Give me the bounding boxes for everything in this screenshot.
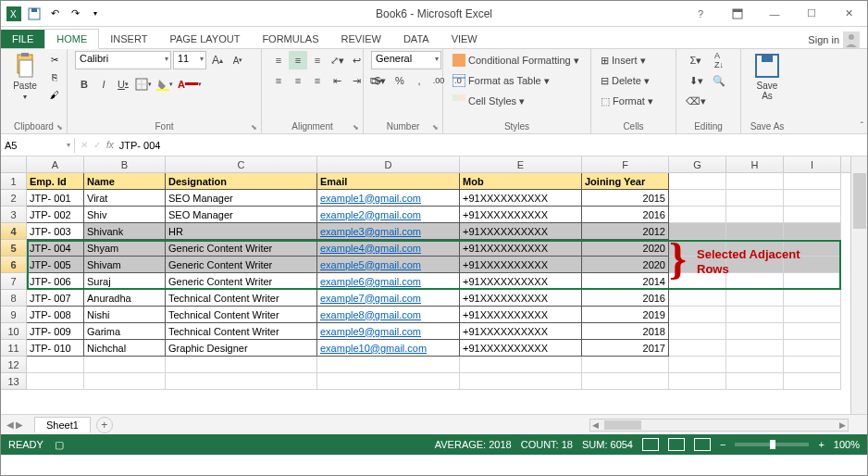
cell[interactable]: Generic Content Writer	[166, 257, 317, 273]
cell[interactable]	[726, 307, 784, 323]
cell[interactable]: SEO Manager	[166, 190, 317, 207]
autosum-icon[interactable]: Σ▾	[684, 51, 708, 69]
cell[interactable]: 2016	[582, 290, 669, 307]
orientation-icon[interactable]: ⤢▾	[328, 51, 346, 69]
cell[interactable]	[726, 223, 784, 240]
cell[interactable]: JTP- 005	[27, 257, 84, 273]
italic-button[interactable]: I	[94, 75, 113, 94]
tab-pagelayout[interactable]: PAGE LAYOUT	[158, 30, 251, 48]
cell[interactable]	[669, 190, 726, 207]
decrease-font-icon[interactable]: A▾	[229, 51, 247, 69]
cell[interactable]	[460, 357, 582, 373]
formula-input[interactable]	[119, 140, 867, 151]
align-middle-icon[interactable]: ≡	[289, 51, 307, 69]
cell[interactable]: Email	[317, 173, 460, 190]
cell[interactable]	[166, 357, 317, 373]
cell[interactable]	[84, 373, 166, 390]
underline-button[interactable]: U▾	[114, 75, 132, 94]
cell[interactable]: Graphic Designer	[166, 340, 317, 357]
cell[interactable]	[669, 373, 726, 390]
cell[interactable]	[669, 290, 726, 307]
save-icon[interactable]	[25, 5, 43, 23]
insert-cells-button[interactable]: ⊞ Insert ▾	[599, 51, 668, 69]
cell[interactable]: example1@gmail.com	[317, 190, 460, 207]
row-header[interactable]: 1	[1, 173, 27, 190]
align-right-icon[interactable]: ≡	[308, 71, 327, 90]
font-name-select[interactable]: Calibri▾	[75, 51, 171, 69]
scrollbar-thumb[interactable]	[604, 420, 641, 430]
row-header[interactable]: 2	[1, 190, 27, 207]
cell[interactable]	[27, 373, 84, 390]
cell[interactable]	[784, 357, 841, 373]
wrap-text-icon[interactable]: ↩	[347, 51, 366, 69]
cell[interactable]: +91XXXXXXXXXX	[460, 190, 582, 207]
cell[interactable]	[317, 373, 460, 390]
cell[interactable]: Generic Content Writer	[166, 273, 317, 290]
align-center-icon[interactable]: ≡	[289, 71, 307, 90]
enter-formula-icon[interactable]: ✓	[93, 140, 101, 150]
cell[interactable]: 2014	[582, 273, 669, 290]
increase-indent-icon[interactable]: ⇥	[347, 71, 366, 90]
cell[interactable]: Shyam	[84, 240, 166, 257]
column-header[interactable]: A	[27, 157, 84, 172]
increase-font-icon[interactable]: A▴	[208, 51, 227, 69]
cell[interactable]: example9@gmail.com	[317, 323, 460, 340]
ribbon-options-icon[interactable]	[719, 1, 756, 27]
cell[interactable]: example3@gmail.com	[317, 223, 460, 240]
cell[interactable]: Technical Content Writer	[166, 323, 317, 340]
zoom-thumb[interactable]	[770, 440, 775, 449]
cell[interactable]: SEO Manager	[166, 207, 317, 223]
clear-icon[interactable]: ⌫▾	[684, 92, 708, 110]
clipboard-dialog-icon[interactable]: ⬊	[56, 123, 63, 132]
column-header[interactable]: H	[726, 157, 784, 172]
row-header[interactable]: 6	[1, 257, 27, 273]
cell[interactable]	[784, 307, 841, 323]
comma-format-icon[interactable]: ,	[410, 71, 428, 90]
cell[interactable]: +91XXXXXXXXXX	[460, 240, 582, 257]
row-header[interactable]: 9	[1, 307, 27, 323]
font-dialog-icon[interactable]: ⬊	[251, 123, 257, 132]
cell[interactable]: JTP- 001	[27, 190, 84, 207]
add-sheet-button[interactable]: +	[96, 417, 113, 433]
scrollbar-thumb[interactable]	[853, 173, 866, 229]
cell[interactable]: example8@gmail.com	[317, 307, 460, 323]
cell[interactable]: Nishi	[84, 307, 166, 323]
cell[interactable]: +91XXXXXXXXXX	[460, 223, 582, 240]
cell[interactable]: Designation	[166, 173, 317, 190]
minimize-icon[interactable]: —	[756, 1, 793, 27]
maximize-icon[interactable]: ☐	[793, 1, 830, 27]
align-left-icon[interactable]: ≡	[269, 71, 288, 90]
cell[interactable]: Generic Content Writer	[166, 240, 317, 257]
fill-icon[interactable]: ⬇▾	[684, 71, 708, 90]
cell[interactable]: JTP- 004	[27, 240, 84, 257]
cell[interactable]	[726, 357, 784, 373]
cell[interactable]: example5@gmail.com	[317, 257, 460, 273]
sort-filter-icon[interactable]: AZ↓	[710, 51, 728, 69]
paste-button[interactable]: Paste ▾	[8, 51, 42, 103]
column-header[interactable]: E	[460, 157, 582, 172]
cell[interactable]: +91XXXXXXXXXX	[460, 340, 582, 357]
cell[interactable]	[726, 373, 784, 390]
cell[interactable]	[784, 223, 841, 240]
sheet-nav-next-icon[interactable]: ▶	[16, 420, 23, 430]
accounting-format-icon[interactable]: $▾	[371, 71, 390, 90]
bold-button[interactable]: B	[75, 75, 93, 94]
row-header[interactable]: 11	[1, 340, 27, 357]
column-header[interactable]: I	[784, 157, 841, 172]
column-header[interactable]: C	[166, 157, 317, 172]
macro-record-icon[interactable]: ▢	[55, 439, 64, 451]
close-icon[interactable]: ✕	[830, 1, 867, 27]
cell[interactable]: +91XXXXXXXXXX	[460, 290, 582, 307]
undo-icon[interactable]: ↶	[45, 5, 64, 23]
format-as-table-button[interactable]: Format as Table ▾	[451, 71, 583, 90]
zoom-slider[interactable]	[735, 443, 809, 446]
number-dialog-icon[interactable]: ⬊	[432, 123, 439, 132]
tab-insert[interactable]: INSERT	[99, 30, 158, 48]
cell[interactable]	[784, 207, 841, 223]
cell[interactable]: +91XXXXXXXXXX	[460, 257, 582, 273]
cancel-formula-icon[interactable]: ✕	[81, 140, 88, 150]
cell[interactable]: Shivank	[84, 223, 166, 240]
cell[interactable]: 2012	[582, 223, 669, 240]
cell[interactable]: JTP- 010	[27, 340, 84, 357]
column-header[interactable]: B	[84, 157, 166, 172]
